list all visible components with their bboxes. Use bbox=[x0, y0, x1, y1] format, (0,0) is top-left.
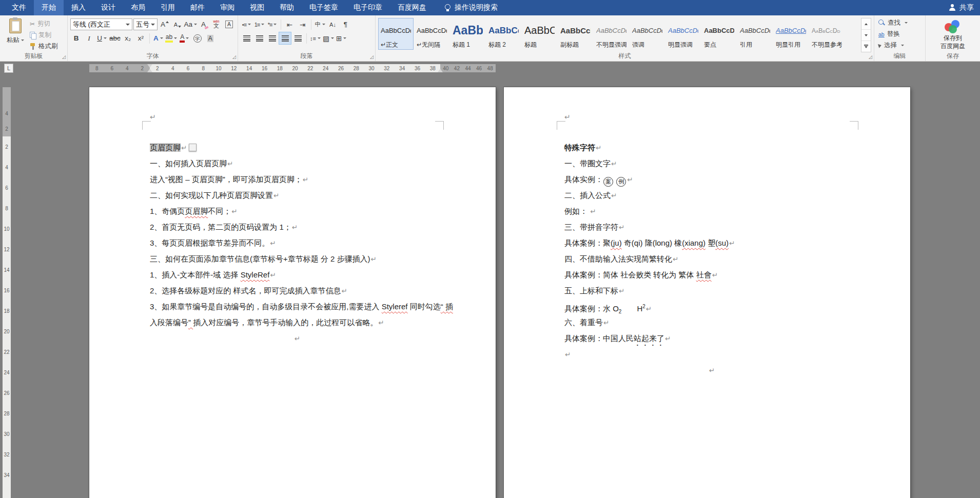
style-tile-em-intense[interactable]: AaBbCcDd明显强调 bbox=[665, 18, 701, 50]
doc-line[interactable]: 一、如何插入页眉页脚↵ bbox=[150, 155, 444, 171]
doc-line[interactable]: 3、如果章节编号是自动编号的，自动多级目录不会被应用,需要进入 Styleref… bbox=[150, 298, 444, 314]
ribbon-tab-12[interactable]: 电子印章 bbox=[346, 0, 390, 15]
format-painter-button[interactable]: 格式刷 bbox=[28, 42, 60, 51]
subscript-button[interactable]: x₂ bbox=[122, 32, 134, 44]
doc-line[interactable]: 一、带圈文字↵ bbox=[564, 155, 859, 171]
doc-line[interactable]: 具体案例：简体 社会败类 转化为 繁体 社會↵ bbox=[564, 267, 859, 283]
ribbon-tab-4[interactable]: 设计 bbox=[93, 0, 123, 15]
tell-me-search[interactable]: 操作说明搜索 bbox=[444, 0, 498, 15]
find-button[interactable]: 查找 bbox=[877, 18, 923, 28]
cut-button[interactable]: ✂剪切 bbox=[28, 19, 60, 29]
doc-line[interactable]: 1、插入-文本部件-域 选择 StyleRef↵ bbox=[150, 267, 444, 283]
align-center-button[interactable] bbox=[253, 32, 265, 44]
doc-line[interactable]: 2、首页无页码，第二页的页码设置为 1；↵ bbox=[150, 219, 444, 235]
ribbon-tab-1[interactable]: 文件 bbox=[4, 0, 34, 15]
show-marks-button[interactable]: ¶ bbox=[340, 18, 351, 30]
justify-button[interactable] bbox=[279, 32, 291, 44]
sort-button[interactable]: A↓ bbox=[327, 18, 339, 30]
ribbon-tab-3[interactable]: 插入 bbox=[64, 0, 93, 15]
multilevel-list-button[interactable]: *≡ bbox=[266, 18, 278, 30]
doc-line[interactable]: 具体案例：水 O2 H2↵ bbox=[564, 298, 859, 314]
style-tile-title[interactable]: AaBbCcDd标题 bbox=[522, 18, 557, 50]
style-tile-quote-intense[interactable]: AaBbCcDd明显引用 bbox=[773, 18, 809, 50]
doc-line[interactable]: 四、不借助输入法实现简繁转化↵ bbox=[564, 251, 859, 267]
borders-button[interactable]: ⊞ bbox=[336, 32, 347, 44]
style-tile-strong[interactable]: AaBbCcDd要点 bbox=[701, 18, 737, 50]
font-name-combo[interactable]: 等线 (西文正 bbox=[70, 18, 132, 30]
shrink-font-button[interactable]: A bbox=[171, 18, 183, 30]
gallery-scroll-down-button[interactable] bbox=[861, 30, 871, 41]
decrease-indent-button[interactable]: ⇤ bbox=[284, 18, 296, 30]
bullets-button[interactable]: •≡ bbox=[241, 18, 252, 30]
clipboard-dialog-launcher[interactable]: ◿ bbox=[62, 55, 66, 59]
clear-formatting-button[interactable]: A bbox=[198, 18, 209, 30]
doc-line[interactable]: ↵ bbox=[564, 346, 859, 362]
doc-line[interactable]: 五、上标和下标↵ bbox=[564, 283, 859, 298]
doc-line[interactable]: 三、如何在页面添加章节信息(章节标号+章节标题 分 2 步骤插入)↵ bbox=[150, 251, 444, 267]
style-tile-body[interactable]: AaBbCcDd↵正文 bbox=[378, 18, 414, 50]
doc-line[interactable]: 具体案例：聚(ju) 奇(qi) 隆(long) 橡(xiang) 塑(su)↵ bbox=[564, 235, 859, 251]
shading-button[interactable]: ▨ bbox=[322, 32, 335, 44]
change-case-button[interactable]: Aa bbox=[184, 18, 197, 30]
numbering-button[interactable]: 1≡ bbox=[253, 18, 265, 30]
asian-layout-button[interactable]: 中 bbox=[314, 18, 326, 30]
doc-line[interactable]: 二、如何实现以下几种页眉页脚设置↵ bbox=[150, 187, 444, 203]
document-canvas[interactable]: 42 246810121416182022242628303234 ↵ 页眉页脚… bbox=[0, 75, 980, 498]
doc-line[interactable]: ↵ bbox=[150, 330, 444, 346]
underline-button[interactable]: U bbox=[96, 32, 108, 44]
align-right-button[interactable] bbox=[266, 32, 278, 44]
hanging-indent-marker[interactable] bbox=[147, 69, 152, 72]
paragraph-dialog-launcher[interactable]: ◿ bbox=[370, 55, 374, 59]
page-2[interactable]: ↵ 特殊字符↵一、带圈文字↵具体实例：案 例↵二、插入公式↵例如： ↵三、带拼音… bbox=[504, 87, 910, 498]
doc-line[interactable]: 具体案例：中国人民站起来了↵ bbox=[564, 330, 859, 346]
phonetic-guide-button[interactable]: wén文 bbox=[210, 18, 222, 30]
ribbon-tab-5[interactable]: 布局 bbox=[123, 0, 153, 15]
align-left-button[interactable] bbox=[241, 32, 252, 44]
font-size-combo[interactable]: 五号 bbox=[133, 18, 158, 30]
superscript-button[interactable]: x² bbox=[135, 32, 147, 44]
doc-line[interactable]: 2、选择各级标题对应的 样式名，即可完成插入章节信息↵ bbox=[150, 283, 444, 298]
font-dialog-launcher[interactable]: ◿ bbox=[232, 55, 236, 59]
style-tile-h1[interactable]: AaBbCcDd标题 1 bbox=[450, 18, 485, 50]
doc-line[interactable]: 三、带拼音字符↵ bbox=[564, 219, 859, 235]
enclose-characters-button[interactable]: 字 bbox=[191, 32, 203, 44]
ribbon-tab-6[interactable]: 引用 bbox=[153, 0, 183, 15]
gallery-more-button[interactable] bbox=[861, 41, 871, 52]
text-effects-button[interactable]: A bbox=[152, 32, 164, 44]
horizontal-ruler[interactable]: 8642 2468101214161820222426283032343638 … bbox=[89, 64, 496, 72]
tab-stop-selector[interactable]: L bbox=[4, 64, 13, 73]
strikethrough-button[interactable]: abc bbox=[109, 32, 121, 44]
distribute-button[interactable] bbox=[292, 32, 304, 44]
doc-line[interactable]: 页眉页脚↵ bbox=[150, 140, 444, 155]
style-tile-em[interactable]: AaBbCcDd强调 bbox=[630, 18, 665, 50]
select-button[interactable]: 选择 bbox=[877, 41, 923, 50]
increase-indent-button[interactable]: ⇥ bbox=[297, 18, 308, 30]
italic-button[interactable]: I bbox=[83, 32, 95, 44]
doc-line[interactable]: 六、着重号↵ bbox=[564, 314, 859, 330]
ribbon-tab-10[interactable]: 帮助 bbox=[272, 0, 302, 15]
styles-dialog-launcher[interactable]: ◿ bbox=[869, 55, 872, 59]
doc-line[interactable]: ↵ bbox=[564, 362, 859, 378]
style-tile-em-subtle[interactable]: AaBbCcDd不明显强调 bbox=[594, 18, 629, 50]
copy-button[interactable]: 复制 bbox=[28, 30, 60, 40]
style-tile-body[interactable]: AaBbCcDd↵无间隔 bbox=[414, 18, 449, 50]
font-color-button[interactable]: A bbox=[179, 32, 190, 44]
save-to-baidu-button[interactable]: 保存到 百度网盘 bbox=[928, 17, 977, 52]
style-tile-subtitle[interactable]: AaBbCcDd副标题 bbox=[558, 18, 593, 50]
bold-button[interactable]: B bbox=[70, 32, 82, 44]
page-1[interactable]: ↵ 页眉页脚↵一、如何插入页眉页脚↵进入“视图 – 页眉页脚”，即可添加页眉页脚… bbox=[89, 87, 496, 498]
style-tile-ref[interactable]: AaBbCcDd不明显参考 bbox=[809, 18, 845, 50]
doc-line[interactable]: 具体实例：案 例↵ bbox=[564, 171, 859, 187]
doc-line[interactable]: 1、奇偶页页眉脚不同；↵ bbox=[150, 203, 444, 219]
ribbon-tab-13[interactable]: 百度网盘 bbox=[390, 0, 434, 15]
style-tile-h2[interactable]: AaBbCcDd标题 2 bbox=[486, 18, 521, 50]
ribbon-tab-2[interactable]: 开始 bbox=[34, 0, 64, 15]
doc-line[interactable]: 入段落编号” 插入对应编号，章节号手动输入的，此过程可以省略。↵ bbox=[150, 314, 444, 330]
doc-line[interactable]: 进入“视图 – 页眉页脚”，即可添加页眉页脚；↵ bbox=[150, 171, 444, 187]
doc-line[interactable]: 二、插入公式↵ bbox=[564, 187, 859, 203]
replace-button[interactable]: ab替换 bbox=[877, 29, 923, 39]
grow-font-button[interactable]: A bbox=[159, 18, 170, 30]
vertical-ruler[interactable]: 42 246810121416182022242628303234 bbox=[3, 87, 11, 498]
ribbon-tab-11[interactable]: 电子签章 bbox=[302, 0, 346, 15]
character-border-button[interactable]: A bbox=[223, 18, 235, 30]
